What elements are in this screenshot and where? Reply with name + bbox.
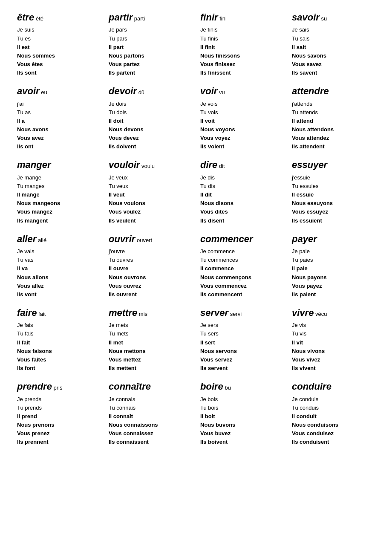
conjugation-item: Vous finissez <box>200 60 283 69</box>
verb-block-partir: partir partiJe parsTu parsIl partNous pa… <box>104 9 196 82</box>
verb-name: essuyer <box>292 159 327 170</box>
verb-name: manger <box>17 159 51 170</box>
conjugation-item: Tu fais <box>17 330 100 338</box>
conjugation-item: Tu connais <box>109 404 192 412</box>
verb-title: être été <box>17 12 100 23</box>
conjugation-item: j'essuie <box>292 173 375 182</box>
verb-participle: fait <box>37 311 46 317</box>
conjugation-item: Je connais <box>109 395 192 404</box>
conjugation-item: j'attends <box>292 100 375 108</box>
conjugation-item: Je paie <box>292 247 375 256</box>
conjugation-item: Ils voient <box>200 142 283 151</box>
conjugation-item: Ils ouvrent <box>109 290 192 299</box>
conjugation-list: Je sersTu sersIl sertNous servonsVous se… <box>200 321 283 373</box>
verb-name: vivre <box>292 307 314 318</box>
verb-name: connaître <box>109 381 151 392</box>
conjugation-list: Je vaisTu vasIl vaNous allonsVous allezI… <box>17 247 100 299</box>
conjugation-item: Vous commencez <box>200 282 283 290</box>
conjugation-item: Vous dites <box>200 208 283 216</box>
verb-name: avoir <box>17 86 40 96</box>
conjugation-list: Je voisTu voisIl voitNous voyonsVous voy… <box>200 100 283 151</box>
conjugation-list: j'essuieTu essuiesIl essuieNous essuyons… <box>292 173 375 225</box>
conjugation-item: Nous mettons <box>109 347 192 356</box>
conjugation-item: Ils mettent <box>109 364 192 373</box>
conjugation-item: Je fais <box>17 321 100 330</box>
verb-block-voir: voir vuJe voisTu voisIl voitNous voyonsV… <box>196 82 288 156</box>
conjugation-item: Il part <box>109 43 192 52</box>
conjugation-item: Il finit <box>200 43 283 52</box>
conjugation-item: Nous vivons <box>292 347 375 356</box>
verb-name: voir <box>200 86 217 96</box>
verb-title: attendre <box>292 86 375 97</box>
verb-block-vivre: vivre vécuJe visTu visIl vitNous vivonsV… <box>288 304 379 378</box>
verb-participle: allé <box>36 237 46 243</box>
conjugation-item: Nous buvons <box>200 421 283 429</box>
conjugation-item: Il ouvre <box>109 264 192 273</box>
verb-participle: eu <box>40 89 47 95</box>
verb-participle: été <box>34 15 43 22</box>
conjugation-item: Il est <box>17 43 100 52</box>
conjugation-item: Vous ouvrez <box>109 282 192 290</box>
conjugation-item: Tu sers <box>200 330 283 338</box>
conjugation-item: Ils disent <box>200 217 283 225</box>
verb-participle: bu <box>223 384 231 391</box>
conjugation-item: Nous mangeons <box>17 199 100 208</box>
conjugation-list: Je conduisTu conduisIl conduitNous condu… <box>292 395 375 447</box>
verb-participle: parti <box>133 15 145 22</box>
conjugation-item: Ils vont <box>17 290 100 299</box>
verb-name: mettre <box>109 307 137 318</box>
verb-name: ouvrir <box>109 234 135 244</box>
verb-title: payer <box>292 234 375 245</box>
conjugation-item: Il sert <box>200 338 283 347</box>
verb-block-boire: boire buJe boisTu boisIl boitNous buvons… <box>196 378 288 451</box>
conjugation-item: Vous conduisez <box>292 429 375 438</box>
conjugation-list: Je suisTu esIl estNous sommesVous êtesIl… <box>17 26 100 77</box>
verb-title: avoir eu <box>17 86 100 97</box>
conjugation-list: Je mangeTu mangesIl mangeNous mangeonsVo… <box>17 173 100 225</box>
verb-block-finir: finir finiJe finisTu finisIl finitNous f… <box>196 9 288 82</box>
conjugation-item: Nous prenons <box>17 421 100 429</box>
verb-title: voir vu <box>200 86 283 97</box>
verb-participle: voulu <box>140 163 155 169</box>
conjugation-item: Vous savez <box>292 60 375 69</box>
conjugation-item: Je dois <box>109 100 192 108</box>
verb-name: faire <box>17 307 37 318</box>
verb-participle: servi <box>228 311 242 317</box>
verb-block-mettre: mettre misJe metsTu metsIl metNous metto… <box>104 304 196 378</box>
conjugation-item: Il commence <box>200 264 283 273</box>
conjugation-item: Vous servez <box>200 356 283 364</box>
conjugation-item: Vous allez <box>17 282 100 290</box>
conjugation-item: Il paie <box>292 264 375 273</box>
verb-name: partir <box>109 12 133 23</box>
conjugation-item: Vous devez <box>109 134 192 142</box>
conjugation-item: Vous payez <box>292 282 375 290</box>
conjugation-item: Tu bois <box>200 404 283 412</box>
conjugation-item: Il mange <box>17 191 100 199</box>
conjugation-item: Je vois <box>200 100 283 108</box>
conjugation-item: Il conduit <box>292 412 375 421</box>
conjugation-item: Nous ouvrons <box>109 273 192 282</box>
conjugation-item: Tu manges <box>17 182 100 191</box>
verb-block-avoir: avoir euj'aiTu asIl aNous avonsVous avez… <box>13 82 104 156</box>
conjugation-item: Tu vis <box>292 330 375 338</box>
conjugation-item: Ils sont <box>17 69 100 77</box>
conjugation-item: Je commence <box>200 247 283 256</box>
conjugation-list: j'attendsTu attendsIl attendNous attendo… <box>292 100 375 151</box>
conjugation-item: Ils savent <box>292 69 375 77</box>
conjugation-list: j'ouvreTu ouvresIl ouvreNous ouvronsVous… <box>109 247 192 299</box>
verb-block-essuyer: essuyerj'essuieTu essuiesIl essuieNous e… <box>288 156 379 230</box>
conjugation-item: Ils commencent <box>200 290 283 299</box>
verb-title: essuyer <box>292 159 375 171</box>
conjugation-item: Je vis <box>292 321 375 330</box>
verb-block-commencer: commencerJe commenceTu commencesIl comme… <box>196 230 288 304</box>
conjugation-item: Ils conduisent <box>292 438 375 446</box>
conjugation-item: Tu sais <box>292 35 375 43</box>
conjugation-item: Je dis <box>200 173 283 182</box>
verb-name: conduire <box>292 381 331 392</box>
conjugation-item: Ils partent <box>109 69 192 77</box>
verb-title: finir fini <box>200 12 283 23</box>
conjugation-item: Tu prends <box>17 404 100 412</box>
conjugation-item: j'ai <box>17 100 100 108</box>
conjugation-list: j'aiTu asIl aNous avonsVous avezIls ont <box>17 100 100 151</box>
conjugation-item: Il sait <box>292 43 375 52</box>
